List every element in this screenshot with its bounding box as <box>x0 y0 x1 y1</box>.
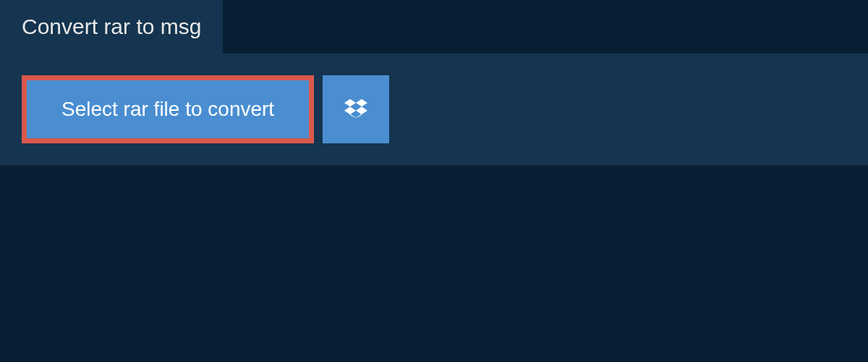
select-file-label: Select rar file to convert <box>61 98 274 121</box>
select-file-button[interactable]: Select rar file to convert <box>22 75 314 143</box>
dropbox-button[interactable] <box>323 75 389 143</box>
page-title: Convert rar to msg <box>22 14 201 38</box>
upload-panel: Select rar file to convert <box>0 54 868 165</box>
dropbox-icon <box>344 97 367 122</box>
tab-header: Convert rar to msg <box>0 0 223 54</box>
